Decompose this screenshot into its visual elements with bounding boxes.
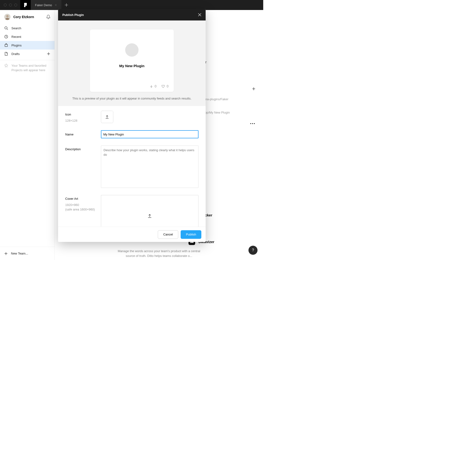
icon-dimensions: 128×128 bbox=[65, 119, 101, 123]
cover-dimensions: 1920×960 bbox=[65, 203, 101, 207]
search-icon bbox=[4, 26, 8, 30]
cover-upload-dropzone[interactable] bbox=[101, 195, 199, 227]
tab-faker-demo[interactable]: Faker Demo ✕ bbox=[31, 0, 61, 10]
downloads-stat: 0 bbox=[150, 84, 157, 88]
nav-recent[interactable]: Recent bbox=[0, 32, 54, 41]
ditto-description: Manage the words across your team's prod… bbox=[114, 249, 204, 258]
user-row[interactable]: Cory Etzkorn bbox=[0, 10, 54, 24]
user-name: Cory Etzkorn bbox=[13, 15, 44, 19]
nav-label: Search bbox=[11, 26, 21, 30]
new-team-label: New Team... bbox=[11, 252, 28, 255]
notifications-icon[interactable] bbox=[46, 15, 50, 19]
more-icon[interactable]: ••• bbox=[250, 122, 255, 125]
sidebar: Cory Etzkorn Search Recent Plugins Draft… bbox=[0, 10, 55, 260]
publish-form: Icon 128×128 Name Description Cover Art bbox=[58, 106, 206, 227]
file-icon bbox=[4, 52, 8, 56]
clock-icon bbox=[4, 35, 8, 39]
name-input[interactable] bbox=[101, 130, 199, 138]
teams-hint: Your Teams and favorited Projects will a… bbox=[0, 60, 54, 76]
name-label: Name bbox=[65, 133, 101, 136]
publish-button[interactable]: Publish bbox=[181, 230, 201, 239]
add-draft-icon[interactable] bbox=[47, 52, 50, 55]
nav-drafts[interactable]: Drafts bbox=[0, 50, 54, 58]
description-label: Description bbox=[65, 145, 101, 151]
svg-rect-6 bbox=[5, 45, 8, 47]
preview-plugin-name: My New Plugin bbox=[90, 64, 174, 68]
preview-hint: This is a preview of your plugin as it w… bbox=[67, 97, 197, 100]
preview-zone: My New Plugin 0 0 This is a preview of y… bbox=[58, 20, 206, 106]
cancel-button[interactable]: Cancel bbox=[158, 230, 178, 239]
cover-safe-area: (safe area 1600×960) bbox=[65, 207, 101, 212]
modal-footer: Cancel Publish bbox=[58, 227, 206, 242]
icon-label: Icon bbox=[65, 113, 101, 116]
svg-point-2 bbox=[6, 15, 9, 17]
star-icon bbox=[4, 64, 8, 73]
svg-point-0 bbox=[25, 4, 27, 6]
modal-header: Publish Plugin bbox=[58, 9, 206, 20]
icon-upload-dropzone[interactable] bbox=[101, 111, 113, 123]
plugin-icon-placeholder bbox=[125, 43, 138, 57]
nav-search[interactable]: Search bbox=[0, 24, 54, 32]
avatar bbox=[4, 14, 11, 20]
description-textarea[interactable] bbox=[101, 145, 199, 188]
help-button[interactable]: ? bbox=[249, 246, 257, 255]
traffic-minimize[interactable] bbox=[9, 3, 12, 6]
traffic-close[interactable] bbox=[4, 3, 7, 6]
plugin-preview-card: My New Plugin 0 0 bbox=[90, 30, 174, 92]
window-controls bbox=[0, 0, 20, 10]
plugin-icon bbox=[4, 43, 8, 47]
teams-hint-text: Your Teams and favorited Projects will a… bbox=[11, 64, 50, 73]
nav-label: Recent bbox=[11, 35, 21, 39]
cover-label-group: Cover Art 1920×960 (safe area 1600×960) bbox=[65, 195, 101, 212]
cover-label: Cover Art bbox=[65, 197, 101, 200]
topbar: Faker Demo ✕ bbox=[0, 0, 263, 10]
nav-label: Plugins bbox=[11, 44, 22, 47]
icon-label-group: Icon 128×128 bbox=[65, 111, 101, 123]
add-tab-button[interactable] bbox=[61, 0, 71, 10]
tab-label: Faker Demo bbox=[35, 3, 52, 7]
preview-stats: 0 0 bbox=[150, 84, 169, 88]
close-modal-icon[interactable] bbox=[198, 13, 201, 17]
new-team-button[interactable]: New Team... bbox=[0, 247, 54, 260]
tabs: Faker Demo ✕ bbox=[31, 0, 263, 10]
publish-plugin-modal: Publish Plugin My New Plugin 0 0 bbox=[58, 9, 206, 242]
likes-stat: 0 bbox=[162, 84, 169, 88]
close-tab-icon[interactable]: ✕ bbox=[54, 3, 57, 7]
add-dev-plugin-icon[interactable] bbox=[252, 87, 255, 91]
nav-label: Drafts bbox=[11, 52, 20, 56]
figma-logo[interactable] bbox=[20, 0, 31, 10]
nav-plugins[interactable]: Plugins bbox=[0, 41, 54, 50]
svg-point-4 bbox=[5, 27, 7, 29]
modal-title: Publish Plugin bbox=[62, 13, 84, 17]
traffic-zoom[interactable] bbox=[14, 3, 17, 6]
plus-icon bbox=[4, 252, 8, 255]
